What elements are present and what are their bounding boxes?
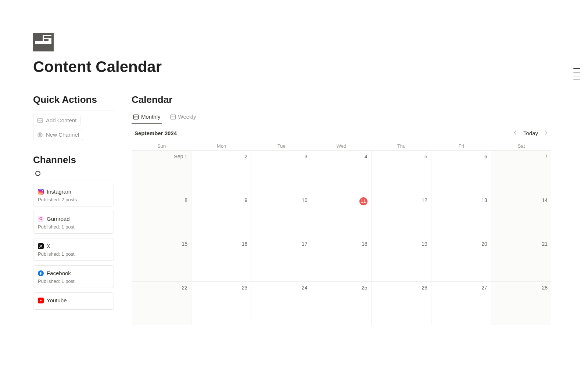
day-number: 5 bbox=[424, 154, 427, 159]
day-cell[interactable]: 18 bbox=[311, 238, 371, 281]
day-cell[interactable]: 24 bbox=[251, 282, 311, 325]
day-cell[interactable]: 12 bbox=[372, 194, 431, 238]
divider bbox=[33, 180, 114, 180]
current-month-label: September 2024 bbox=[135, 130, 177, 136]
day-cell[interactable]: 16 bbox=[191, 238, 251, 281]
day-cell[interactable]: 27 bbox=[431, 282, 491, 325]
add-content-button[interactable]: Add Content bbox=[33, 115, 80, 126]
dow-header: Mon bbox=[191, 141, 251, 150]
channel-card-facebook[interactable]: FacebookPublished: 1 post bbox=[33, 265, 114, 288]
chevron-right-icon bbox=[545, 130, 548, 135]
channel-name: Instagram bbox=[47, 188, 71, 195]
youtube-icon bbox=[38, 298, 44, 303]
quick-actions-title: Quick Actions bbox=[33, 94, 114, 105]
day-number: 24 bbox=[302, 285, 308, 291]
day-cell[interactable]: 19 bbox=[372, 238, 431, 281]
week-row: 15161718192021 bbox=[132, 238, 551, 281]
day-number: 16 bbox=[242, 241, 248, 247]
prev-month-button[interactable] bbox=[512, 129, 518, 137]
view-tabs: Monthly Weekly bbox=[132, 111, 551, 124]
channel-name: X bbox=[47, 243, 50, 249]
day-number: 25 bbox=[362, 285, 368, 291]
day-cell[interactable]: 9 bbox=[191, 194, 251, 238]
channel-card-instagram[interactable]: InstagramPublished: 2 posts bbox=[33, 184, 114, 206]
add-content-label: Add Content bbox=[46, 117, 76, 123]
divider bbox=[33, 111, 114, 111]
day-cell[interactable]: 8 bbox=[132, 194, 191, 238]
day-number: 9 bbox=[244, 197, 247, 203]
day-cell[interactable]: 2 bbox=[191, 151, 251, 194]
day-number: 7 bbox=[545, 154, 548, 159]
day-number: 28 bbox=[542, 285, 548, 291]
dow-header: Sun bbox=[132, 141, 191, 150]
instagram-icon bbox=[38, 189, 44, 195]
day-number: 27 bbox=[481, 285, 487, 291]
day-cell[interactable]: 4 bbox=[311, 151, 371, 194]
day-number: 20 bbox=[481, 241, 487, 247]
calendar-title: Calendar bbox=[132, 94, 551, 105]
page-title: Content Calendar bbox=[33, 58, 551, 76]
day-cell[interactable]: 23 bbox=[191, 282, 251, 325]
day-cell[interactable]: 10 bbox=[251, 194, 311, 238]
day-cell[interactable]: 26 bbox=[372, 282, 431, 325]
day-number: 23 bbox=[242, 285, 248, 291]
outline-mark bbox=[573, 68, 580, 69]
channels-title: Channels bbox=[33, 154, 114, 166]
channel-sub: Published: 1 post bbox=[38, 224, 109, 230]
day-cell[interactable]: 5 bbox=[372, 151, 431, 194]
day-number: 10 bbox=[302, 197, 308, 203]
day-cell[interactable]: 3 bbox=[251, 151, 311, 194]
day-cell[interactable]: 17 bbox=[251, 238, 311, 281]
day-number: 8 bbox=[184, 197, 187, 203]
outline-mark bbox=[573, 79, 580, 80]
channel-card-gumroad[interactable]: GGumroadPublished: 1 post bbox=[33, 211, 114, 234]
day-cell[interactable]: 22 bbox=[132, 282, 191, 325]
dow-header: Thu bbox=[372, 141, 431, 150]
day-cell[interactable]: 7 bbox=[491, 151, 551, 194]
globe-icon bbox=[37, 132, 43, 138]
svg-rect-10 bbox=[135, 117, 135, 118]
day-cell[interactable]: 13 bbox=[431, 194, 491, 238]
day-cell[interactable]: 14 bbox=[491, 194, 551, 238]
today-button[interactable]: Today bbox=[523, 130, 538, 136]
filter-circle-icon[interactable] bbox=[35, 171, 40, 176]
tab-weekly[interactable]: Weekly bbox=[169, 111, 198, 124]
day-number: 3 bbox=[305, 154, 308, 159]
channel-card-x[interactable]: XPublished: 1 post bbox=[33, 238, 114, 261]
outline-mark bbox=[573, 76, 580, 76]
tab-monthly-label: Monthly bbox=[141, 114, 161, 120]
day-number: 18 bbox=[362, 241, 368, 247]
outline-mark bbox=[573, 72, 580, 73]
dow-header: Wed bbox=[311, 141, 371, 150]
day-number: 12 bbox=[422, 197, 427, 203]
svg-rect-12 bbox=[137, 117, 137, 118]
day-cell[interactable]: 21 bbox=[491, 238, 551, 281]
channel-sub: Published: 2 posts bbox=[38, 197, 109, 202]
svg-rect-5 bbox=[35, 44, 51, 49]
svg-rect-7 bbox=[37, 120, 43, 120]
day-number: Sep 1 bbox=[174, 154, 188, 159]
svg-rect-13 bbox=[171, 115, 175, 119]
page-outline-indicator[interactable] bbox=[573, 68, 580, 80]
channel-sub: Published: 1 post bbox=[38, 251, 109, 257]
channel-sub: Published: 1 post bbox=[38, 278, 109, 284]
channel-name: Youtube bbox=[47, 297, 67, 303]
day-cell[interactable]: 25 bbox=[311, 282, 371, 325]
day-number: 17 bbox=[302, 241, 308, 247]
tab-weekly-label: Weekly bbox=[178, 114, 196, 120]
channel-card-youtube[interactable]: Youtube bbox=[33, 292, 114, 310]
next-month-button[interactable] bbox=[543, 129, 549, 137]
day-cell[interactable]: Sep 1 bbox=[132, 151, 191, 194]
day-cell[interactable]: 28 bbox=[491, 282, 551, 325]
day-cell[interactable]: 20 bbox=[431, 238, 491, 281]
day-number: 21 bbox=[542, 241, 548, 247]
new-channel-label: New Channel bbox=[46, 132, 79, 138]
new-channel-button[interactable]: New Channel bbox=[33, 129, 83, 140]
tab-monthly[interactable]: Monthly bbox=[132, 111, 162, 124]
chevron-left-icon bbox=[514, 130, 517, 135]
day-cell[interactable]: 6 bbox=[431, 151, 491, 194]
calendar-nav: Today bbox=[512, 129, 549, 137]
dow-header: Sat bbox=[491, 141, 551, 150]
day-cell[interactable]: 11 bbox=[311, 194, 371, 238]
day-cell[interactable]: 15 bbox=[132, 238, 191, 281]
